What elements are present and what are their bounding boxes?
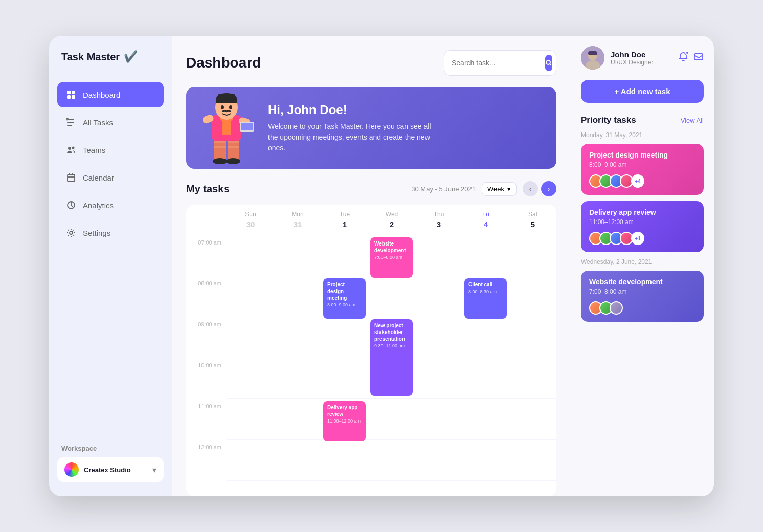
search-bar xyxy=(444,50,556,76)
sidebar-item-label: Dashboard xyxy=(83,91,120,99)
sidebar-item-label: Teams xyxy=(83,146,105,154)
avatars-row-3 xyxy=(589,301,695,315)
svg-rect-6 xyxy=(67,125,72,126)
task-delivery-review[interactable]: Delivery app review 11:00–12:00 am xyxy=(323,401,366,441)
cell-wed-9[interactable]: New project stakeholder presentation 9:3… xyxy=(368,317,415,358)
sidebar-item-label: Analytics xyxy=(83,201,114,210)
avatars-row-2: +1 xyxy=(589,232,695,245)
sidebar-nav: Dashboard All Tasks xyxy=(57,82,164,445)
workspace-selector[interactable]: Createx Studio ▾ xyxy=(57,457,164,482)
svg-rect-34 xyxy=(225,93,228,97)
analytics-icon xyxy=(65,199,77,211)
app-logo: Task Master ✔️ xyxy=(57,50,164,63)
priority-section: Priority tasks View All Monday, 31 May, … xyxy=(581,115,704,486)
notification-dot xyxy=(685,51,689,55)
svg-point-12 xyxy=(70,231,73,234)
sidebar-item-label: Settings xyxy=(83,229,110,237)
priority-title: Priority tasks xyxy=(581,115,636,125)
cell-mon-9 xyxy=(274,317,321,358)
avatars-row: +4 xyxy=(589,174,695,188)
day-header-sun: Sun 30 xyxy=(227,205,274,235)
cell-thu-8 xyxy=(415,276,462,317)
header-actions xyxy=(678,52,704,64)
svg-rect-19 xyxy=(228,146,239,148)
date-group-2: Wednesday, 2 June, 2021 xyxy=(581,258,704,265)
day-header-thu: Thu 3 xyxy=(415,205,462,235)
task-website-dev[interactable]: Website development 7:00–8:00 am xyxy=(370,237,413,278)
cell-tue-11[interactable]: Delivery app review 11:00–12:00 am xyxy=(321,399,368,440)
hero-description: Welcome to your Task Master. Here you ca… xyxy=(268,121,432,153)
time-09: 09:00 am xyxy=(186,317,227,330)
priority-card-website-dev[interactable]: Website development 7:00–8:00 am xyxy=(581,271,704,322)
hero-banner: Hi, John Doe! Welcome to your Task Maste… xyxy=(186,87,556,169)
cell-fri-8[interactable]: Client call 8:00–8:30 am xyxy=(462,276,509,317)
sidebar-item-calendar[interactable]: Calendar xyxy=(57,165,164,190)
sidebar: Task Master ✔️ Dashboard xyxy=(49,36,172,496)
svg-point-37 xyxy=(229,105,232,109)
cell-sun-10 xyxy=(227,358,274,399)
tasks-title: My tasks xyxy=(186,183,230,195)
priority-card-delivery-review[interactable]: Delivery app review 11:00–12:00 am +1 xyxy=(581,201,704,252)
sidebar-item-all-tasks[interactable]: All Tasks xyxy=(57,109,164,135)
svg-rect-33 xyxy=(218,94,221,98)
main-content: Dashboard xyxy=(172,36,571,496)
avatar-count: +4 xyxy=(631,174,644,188)
svg-rect-2 xyxy=(67,95,71,99)
message-button[interactable] xyxy=(693,52,704,64)
task-project-design[interactable]: Project design meeting 8:00–9:00 am xyxy=(323,278,366,319)
cell-fri-12 xyxy=(462,440,509,481)
task-client-call[interactable]: Client call 8:00–8:30 am xyxy=(464,278,507,319)
day-header-mon: Mon 31 xyxy=(274,205,321,235)
time-10: 10:00 am xyxy=(186,358,227,371)
svg-rect-1 xyxy=(72,91,75,94)
sidebar-item-analytics[interactable]: Analytics xyxy=(57,192,164,218)
cell-tue-7 xyxy=(321,235,368,276)
prev-week-button[interactable]: ‹ xyxy=(523,181,538,196)
calendar-days-header: Sun 30 Mon 31 Tue 1 Wed 2 xyxy=(186,205,556,235)
user-info: John Doe UI/UX Designer xyxy=(611,50,672,66)
notification-button[interactable] xyxy=(678,52,688,64)
avatar-svg xyxy=(581,46,604,70)
cell-tue-8[interactable]: Project design meeting 8:00–9:00 am xyxy=(321,276,368,317)
cell-mon-12 xyxy=(274,440,321,481)
view-all-link[interactable]: View All xyxy=(681,117,704,124)
cell-fri-11 xyxy=(462,399,509,440)
next-week-button[interactable]: › xyxy=(541,181,556,196)
cell-thu-12 xyxy=(415,440,462,481)
cell-sat-9 xyxy=(509,317,556,358)
svg-point-9 xyxy=(72,147,75,149)
cell-fri-7 xyxy=(462,235,509,276)
search-input[interactable] xyxy=(452,59,541,67)
user-role: UI/UX Designer xyxy=(611,59,672,66)
priority-card-project-design[interactable]: Project design meeting 8:00–9:00 am +4 xyxy=(581,144,704,195)
sidebar-item-settings[interactable]: Settings xyxy=(57,220,164,246)
user-header: John Doe UI/UX Designer xyxy=(581,46,704,70)
hero-text: Hi, John Doe! Welcome to your Task Maste… xyxy=(268,103,542,153)
cell-sun-7 xyxy=(227,235,274,276)
search-button[interactable] xyxy=(545,55,552,71)
hero-illustration xyxy=(186,92,268,164)
teams-icon xyxy=(65,144,77,156)
workspace-logo xyxy=(64,462,79,477)
cell-sun-9 xyxy=(227,317,274,358)
sidebar-item-dashboard[interactable]: Dashboard xyxy=(57,82,164,107)
priority-cards-scroll: Monday, 31 May, 2021 Project design meet… xyxy=(581,131,704,328)
week-selector[interactable]: Week ▾ xyxy=(482,182,517,196)
cell-fri-9 xyxy=(462,317,509,358)
cell-sat-10 xyxy=(509,358,556,399)
svg-rect-3 xyxy=(72,95,75,99)
sidebar-item-teams[interactable]: Teams xyxy=(57,137,164,163)
dashboard-icon xyxy=(65,89,77,100)
time-08: 08:00 am xyxy=(186,276,227,290)
svg-rect-28 xyxy=(241,123,253,130)
app-container: Task Master ✔️ Dashboard xyxy=(49,36,714,496)
time-12: 12:00 am xyxy=(186,440,227,453)
cell-wed-7[interactable]: Website development 7:00–8:00 am xyxy=(368,235,415,276)
svg-rect-16 xyxy=(214,141,226,143)
app-name: Task Master xyxy=(61,51,120,63)
avatar-11 xyxy=(610,301,623,315)
workspace-section: Workspace Createx Studio ▾ xyxy=(57,445,164,482)
svg-point-13 xyxy=(546,60,550,64)
day-header-tue: Tue 1 xyxy=(321,205,368,235)
add-task-button[interactable]: + Add new task xyxy=(581,80,704,103)
